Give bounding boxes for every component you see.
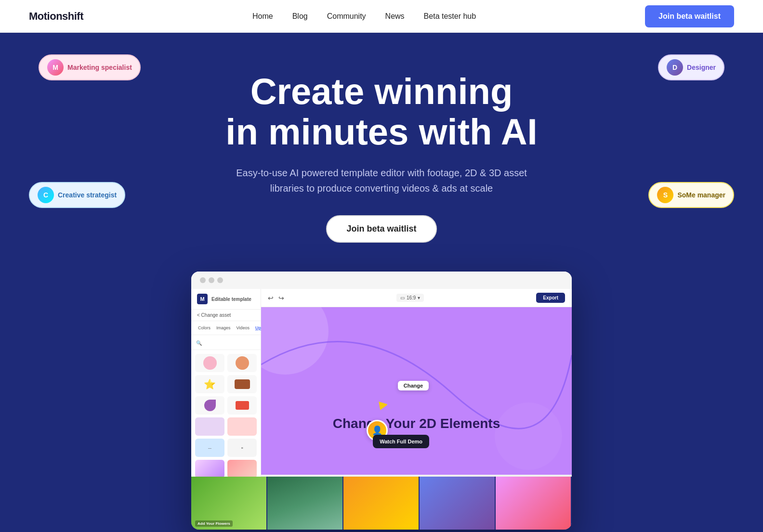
navbar: Motionshift Home Blog Community News Bet… — [0, 0, 763, 33]
nav-item-beta-tester-hub[interactable]: Beta tester hub — [424, 12, 476, 21]
change-tooltip[interactable]: Change — [398, 381, 429, 390]
change-tooltip-label: Change — [404, 383, 423, 389]
back-button[interactable]: < Change asset — [191, 310, 261, 321]
window-dot-2 — [209, 277, 214, 283]
asset-star[interactable]: ⭐ — [195, 375, 224, 393]
mockup-body: M Editable template < Change asset Color… — [191, 289, 572, 477]
asset-brown-rect[interactable] — [227, 375, 257, 393]
asset-search: 🔍 — [191, 335, 261, 350]
screen-icon: ▭ — [400, 295, 405, 300]
redo-icon[interactable]: ↪ — [278, 294, 284, 302]
undo-icon[interactable]: ↩ — [268, 294, 274, 302]
badge-marketing: M Marketing specialist — [39, 54, 141, 80]
asset-purple-shape[interactable] — [195, 396, 224, 415]
tab-videos[interactable]: Videos — [234, 324, 252, 332]
hero-subtitle: Easy-to-use AI powered template editor w… — [232, 165, 531, 196]
tab-colors[interactable]: Colors — [195, 324, 213, 332]
nav-item-community[interactable]: Community — [327, 12, 366, 21]
export-button[interactable]: Export — [536, 293, 565, 303]
search-icon: 🔍 — [196, 340, 202, 346]
canvas-area: Change Your 2D Elements ⯈ Change 👤 Watch… — [261, 307, 572, 475]
hero-cta-button[interactable]: Join beta waitlist — [326, 215, 436, 243]
canvas-main-text: Change Your 2D Elements — [333, 416, 500, 431]
canvas-text-label: Change Your 2D Elements — [333, 416, 500, 431]
window-dot-3 — [217, 277, 223, 283]
asset-mixed-2[interactable] — [227, 417, 257, 436]
asset-banner-1[interactable]: — — [195, 439, 224, 457]
asset-grid: ⭐ — ≡ — [191, 350, 261, 482]
logo[interactable]: Motionshift — [29, 10, 83, 23]
sidebar-template-label: Editable template — [211, 297, 251, 302]
avatar-some: S — [657, 187, 673, 203]
canvas-toolbar: ↩ ↪ ▭ 16:9 ▾ Export — [261, 289, 572, 307]
badge-designer-label: Designer — [687, 64, 716, 71]
dropdown-icon: ▾ — [418, 295, 420, 300]
hero-section: M Marketing specialist D Designer C Crea… — [0, 33, 763, 532]
canvas-curve-svg — [261, 307, 572, 475]
badge-creative: C Creative strategist — [29, 182, 125, 208]
hero-title-line1: Create winning — [250, 71, 513, 112]
watch-demo-tooltip[interactable]: Watch Full Demo — [373, 435, 429, 448]
bottom-thumbnail-strip: Add Your Flowers — [191, 477, 572, 530]
thumb-4[interactable] — [420, 477, 496, 530]
mockup-canvas: ↩ ↪ ▭ 16:9 ▾ Export — [261, 289, 572, 477]
aspect-ratio-label: 16:9 — [407, 295, 416, 300]
avatar-marketing: M — [47, 59, 64, 76]
window-dot-1 — [200, 277, 206, 283]
cursor-arrow-icon: ⯈ — [378, 399, 391, 413]
tab-images[interactable]: Images — [213, 324, 234, 332]
hero-title-line2: in minutes with AI — [225, 111, 537, 152]
asset-grad-1[interactable] — [195, 460, 224, 478]
asset-grad-2[interactable] — [227, 460, 257, 478]
asset-pink-circle[interactable] — [195, 354, 224, 372]
thumb-5[interactable] — [496, 477, 572, 530]
app-mockup: M Editable template < Change asset Color… — [191, 272, 572, 530]
asset-banner-2[interactable]: ≡ — [227, 439, 257, 457]
sidebar-logo: M — [197, 294, 208, 304]
nav-item-blog[interactable]: Blog — [292, 12, 308, 21]
aspect-ratio-selector[interactable]: ▭ 16:9 ▾ — [396, 294, 424, 302]
avatar-creative: C — [38, 187, 54, 203]
thumb-1[interactable]: Add Your Flowers — [191, 477, 267, 530]
asset-orange-circle[interactable] — [227, 354, 257, 372]
thumb-1-label: Add Your Flowers — [195, 520, 233, 527]
toolbar-left: ↩ ↪ — [268, 294, 284, 302]
nav-item-home[interactable]: Home — [252, 12, 273, 21]
asset-mixed-1[interactable] — [195, 417, 224, 436]
badge-marketing-label: Marketing specialist — [67, 64, 132, 71]
sidebar-header: M Editable template — [191, 289, 261, 310]
thumb-2[interactable] — [267, 477, 343, 530]
nav-links: Home Blog Community News Beta tester hub — [252, 12, 476, 21]
nav-cta-button[interactable]: Join beta waitlist — [645, 5, 734, 27]
back-label: < Change asset — [197, 312, 231, 318]
badge-designer: D Designer — [658, 54, 724, 80]
avatar-designer: D — [667, 59, 683, 76]
badge-creative-label: Creative strategist — [58, 191, 117, 199]
mockup-titlebar — [191, 272, 572, 289]
hero-title: Create winning in minutes with AI — [225, 71, 537, 152]
nav-item-news[interactable]: News — [385, 12, 405, 21]
badge-some-label: SoMe manager — [677, 191, 725, 199]
watch-demo-label: Watch Full Demo — [380, 439, 422, 444]
logo-text: Motionshift — [29, 10, 83, 22]
asset-red-stack[interactable] — [227, 396, 257, 415]
badge-some: S SoMe manager — [648, 182, 734, 208]
mockup-sidebar: M Editable template < Change asset Color… — [191, 289, 261, 477]
thumb-3[interactable] — [343, 477, 420, 530]
asset-tabs: Colors Images Videos Upload — [191, 321, 261, 335]
